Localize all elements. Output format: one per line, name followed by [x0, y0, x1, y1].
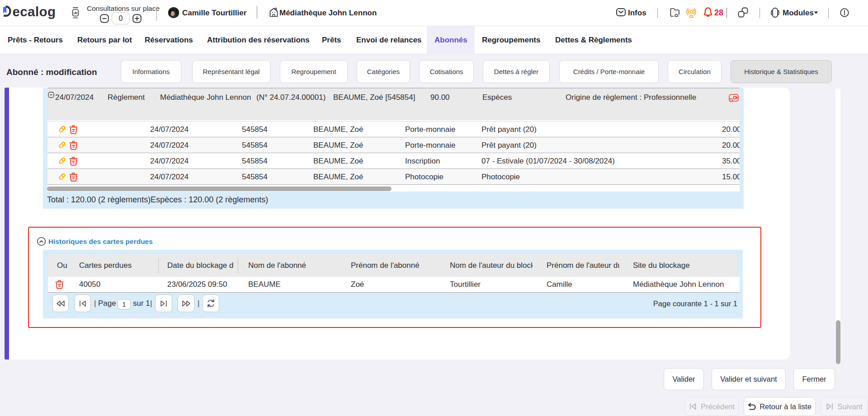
svg-text:ecalog: ecalog — [13, 4, 56, 19]
